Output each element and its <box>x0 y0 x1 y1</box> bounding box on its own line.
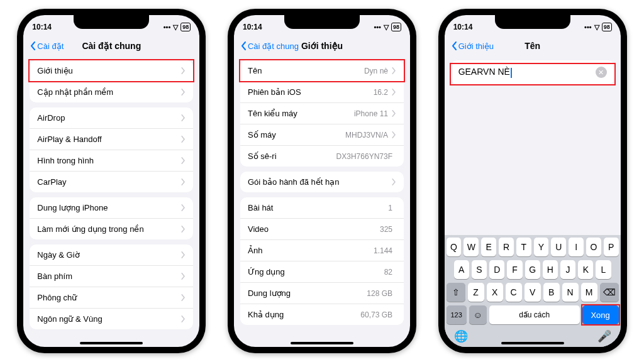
settings-row[interactable]: Ngày & Giờ <box>30 244 193 266</box>
key-G[interactable]: G <box>525 260 540 279</box>
settings-group: Ngày & GiờBàn phímPhông chữNgôn ngữ & Vù… <box>30 244 193 329</box>
row-label: Tên kiểu máy <box>248 109 354 118</box>
back-button[interactable]: Cài đặt chung <box>240 41 299 51</box>
settings-row[interactable]: Cập nhật phần mềm <box>30 82 193 102</box>
key-X[interactable]: X <box>487 283 503 302</box>
settings-row[interactable]: Ứng dụng82 <box>240 261 404 283</box>
row-value: 16.2 <box>374 88 388 97</box>
key-P[interactable]: P <box>604 238 619 256</box>
back-label: Cài đặt <box>37 41 64 51</box>
row-label: Ảnh <box>248 246 374 255</box>
settings-row[interactable]: AirPlay & Handoff <box>30 129 193 150</box>
key-F[interactable]: F <box>507 260 522 279</box>
key-W[interactable]: W <box>464 238 479 256</box>
settings-row[interactable]: Bàn phím <box>30 266 193 287</box>
settings-row[interactable]: Dung lượng iPhone <box>30 197 193 219</box>
chevron-right-icon <box>181 251 186 258</box>
phone-frame: 10:14•••▽98Cài đặt chungGiới thiệuTênDyn… <box>228 9 416 353</box>
done-key[interactable]: Xong <box>582 305 619 324</box>
settings-row[interactable]: Dung lượng128 GB <box>240 283 404 304</box>
key-K[interactable]: K <box>578 260 593 279</box>
space-key[interactable]: dấu cách <box>489 305 580 324</box>
name-input[interactable]: GEARVN NÈ <box>458 67 596 77</box>
row-label: Phông chữ <box>37 293 181 302</box>
key-B[interactable]: B <box>543 283 560 302</box>
settings-row[interactable]: Giới thiệu <box>30 60 193 82</box>
key-Z[interactable]: Z <box>468 283 484 302</box>
settings-row[interactable]: Bài hát1 <box>240 197 404 219</box>
row-label: Khả dụng <box>248 310 360 319</box>
key-A[interactable]: A <box>454 260 469 279</box>
settings-row[interactable]: Hình trong hình <box>30 150 193 172</box>
row-value: 325 <box>380 225 392 234</box>
back-button[interactable]: Giới thiệu <box>451 41 494 51</box>
delete-key[interactable]: ⌫ <box>600 283 619 302</box>
row-label: Dung lượng <box>248 288 367 298</box>
settings-row[interactable]: Ngôn ngữ & Vùng <box>30 309 193 329</box>
status-time: 10:14 <box>453 23 473 31</box>
key-R[interactable]: R <box>499 238 514 256</box>
key-Y[interactable]: Y <box>534 238 549 256</box>
phone-frame: 10:14•••▽98Giới thiệuTênGEARVN NÈ✕QWERTY… <box>438 9 627 353</box>
settings-row[interactable]: Khả dụng60,73 GB <box>240 304 404 325</box>
row-value: MHDJ3VN/A <box>345 131 388 140</box>
home-indicator <box>501 342 564 344</box>
key-U[interactable]: U <box>551 238 566 256</box>
settings-row[interactable]: Tên kiểu máyiPhone 11 <box>240 103 404 124</box>
chevron-right-icon <box>181 89 186 96</box>
mic-icon[interactable]: 🎤 <box>597 329 611 343</box>
key-V[interactable]: V <box>525 283 541 302</box>
key-J[interactable]: J <box>560 260 575 279</box>
key-H[interactable]: H <box>543 260 558 279</box>
numbers-key[interactable]: 123 <box>447 305 467 324</box>
row-label: Hình trong hình <box>37 156 181 165</box>
row-label: Giới thiệu <box>37 66 181 75</box>
highlight-box <box>581 304 620 326</box>
settings-row[interactable]: Phông chữ <box>30 287 193 309</box>
row-label: Số máy <box>248 130 345 140</box>
key-L[interactable]: L <box>596 260 611 279</box>
chevron-right-icon <box>392 110 396 117</box>
home-indicator <box>291 342 353 344</box>
row-value: 60,73 GB <box>360 310 392 319</box>
row-label: Cập nhật phần mềm <box>37 87 181 97</box>
chevron-right-icon <box>181 136 186 143</box>
settings-row[interactable]: TênDyn nè <box>240 60 404 82</box>
chevron-right-icon <box>181 226 186 233</box>
key-N[interactable]: N <box>562 283 579 302</box>
shift-key[interactable]: ⇧ <box>447 283 465 302</box>
emoji-key[interactable]: ☺ <box>469 305 487 324</box>
key-O[interactable]: O <box>586 238 601 256</box>
settings-row[interactable]: AirDrop <box>30 107 193 129</box>
row-value: 1 <box>388 204 392 212</box>
key-E[interactable]: E <box>481 238 496 256</box>
settings-row[interactable]: Video325 <box>240 219 404 240</box>
key-I[interactable]: I <box>569 238 584 256</box>
key-S[interactable]: S <box>472 260 487 279</box>
row-value: Dyn nè <box>364 67 388 75</box>
key-M[interactable]: M <box>581 283 597 302</box>
settings-row[interactable]: Ảnh1.144 <box>240 240 404 261</box>
settings-row[interactable]: Số máyMHDJ3VN/A <box>240 124 404 146</box>
settings-row[interactable]: Gói bảo hành đã hết hạn <box>240 172 404 192</box>
chevron-right-icon <box>181 273 186 280</box>
clear-button[interactable]: ✕ <box>596 67 607 78</box>
back-button[interactable]: Cài đặt <box>30 41 64 51</box>
key-C[interactable]: C <box>506 283 522 302</box>
chevron-right-icon <box>392 178 396 185</box>
globe-icon[interactable]: 🌐 <box>454 329 468 343</box>
settings-row[interactable]: CarPlay <box>30 172 193 192</box>
key-Q[interactable]: Q <box>447 238 462 256</box>
name-input-row[interactable]: GEARVN NÈ✕ <box>451 60 614 84</box>
chevron-right-icon <box>181 204 186 211</box>
keyboard: QWERTYUIOPASDFGHJKL⇧ZXCVBNM⌫123☺dấu cách… <box>445 235 621 347</box>
key-D[interactable]: D <box>489 260 504 279</box>
settings-row[interactable]: Làm mới ứng dụng trong nền <box>30 219 193 239</box>
settings-row[interactable]: Số sê-riDX3H766YN73F <box>240 146 404 167</box>
key-T[interactable]: T <box>516 238 531 256</box>
status-icons: •••▽98 <box>374 23 401 31</box>
row-label: AirDrop <box>37 113 181 123</box>
row-label: Tên <box>248 66 364 75</box>
chevron-right-icon <box>392 131 396 138</box>
settings-row[interactable]: Phiên bản iOS16.2 <box>240 82 404 103</box>
